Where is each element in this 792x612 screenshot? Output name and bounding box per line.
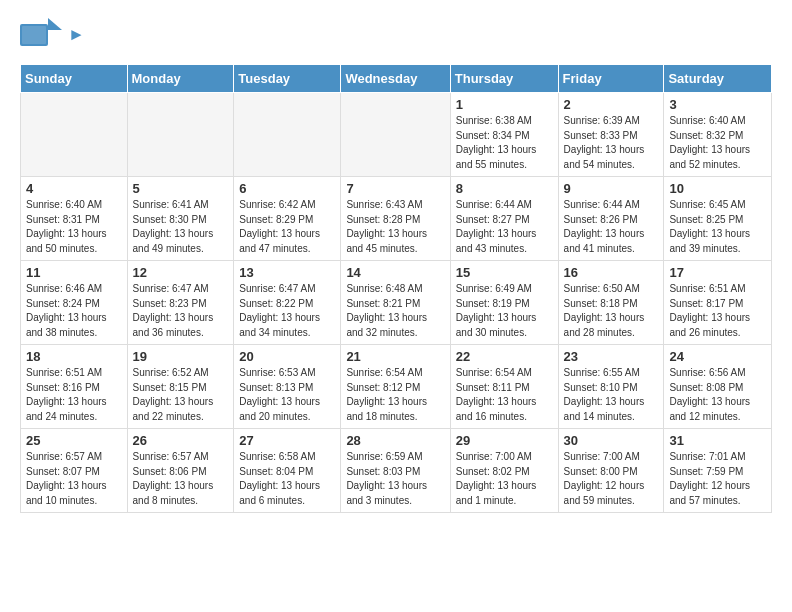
day-detail: Sunrise: 6:44 AMSunset: 8:26 PMDaylight:…: [564, 198, 659, 256]
day-detail: Sunrise: 6:47 AMSunset: 8:23 PMDaylight:…: [133, 282, 229, 340]
calendar-cell: 27Sunrise: 6:58 AMSunset: 8:04 PMDayligh…: [234, 429, 341, 513]
calendar-cell: 4Sunrise: 6:40 AMSunset: 8:31 PMDaylight…: [21, 177, 128, 261]
calendar-cell: 9Sunrise: 6:44 AMSunset: 8:26 PMDaylight…: [558, 177, 664, 261]
day-number: 23: [564, 349, 659, 364]
calendar-cell: 30Sunrise: 7:00 AMSunset: 8:00 PMDayligh…: [558, 429, 664, 513]
day-detail: Sunrise: 6:44 AMSunset: 8:27 PMDaylight:…: [456, 198, 553, 256]
calendar-cell: 24Sunrise: 6:56 AMSunset: 8:08 PMDayligh…: [664, 345, 772, 429]
calendar-week-1: 1Sunrise: 6:38 AMSunset: 8:34 PMDaylight…: [21, 93, 772, 177]
day-number: 2: [564, 97, 659, 112]
calendar-cell: 16Sunrise: 6:50 AMSunset: 8:18 PMDayligh…: [558, 261, 664, 345]
calendar-cell: 14Sunrise: 6:48 AMSunset: 8:21 PMDayligh…: [341, 261, 450, 345]
day-number: 28: [346, 433, 444, 448]
day-number: 31: [669, 433, 766, 448]
day-number: 30: [564, 433, 659, 448]
calendar-cell: 15Sunrise: 6:49 AMSunset: 8:19 PMDayligh…: [450, 261, 558, 345]
day-number: 26: [133, 433, 229, 448]
day-number: 29: [456, 433, 553, 448]
day-number: 16: [564, 265, 659, 280]
weekday-header-row: SundayMondayTuesdayWednesdayThursdayFrid…: [21, 65, 772, 93]
day-detail: Sunrise: 6:51 AMSunset: 8:17 PMDaylight:…: [669, 282, 766, 340]
day-detail: Sunrise: 6:42 AMSunset: 8:29 PMDaylight:…: [239, 198, 335, 256]
day-detail: Sunrise: 6:38 AMSunset: 8:34 PMDaylight:…: [456, 114, 553, 172]
weekday-header-sunday: Sunday: [21, 65, 128, 93]
day-detail: Sunrise: 6:57 AMSunset: 8:06 PMDaylight:…: [133, 450, 229, 508]
day-detail: Sunrise: 6:51 AMSunset: 8:16 PMDaylight:…: [26, 366, 122, 424]
svg-marker-1: [48, 18, 62, 30]
day-detail: Sunrise: 6:59 AMSunset: 8:03 PMDaylight:…: [346, 450, 444, 508]
day-detail: Sunrise: 6:41 AMSunset: 8:30 PMDaylight:…: [133, 198, 229, 256]
calendar-cell: [341, 93, 450, 177]
day-number: 20: [239, 349, 335, 364]
calendar-week-5: 25Sunrise: 6:57 AMSunset: 8:07 PMDayligh…: [21, 429, 772, 513]
day-number: 15: [456, 265, 553, 280]
day-number: 19: [133, 349, 229, 364]
day-detail: Sunrise: 7:00 AMSunset: 8:00 PMDaylight:…: [564, 450, 659, 508]
logo-general: ►: [68, 26, 85, 45]
weekday-header-wednesday: Wednesday: [341, 65, 450, 93]
calendar-cell: 5Sunrise: 6:41 AMSunset: 8:30 PMDaylight…: [127, 177, 234, 261]
day-number: 4: [26, 181, 122, 196]
day-detail: Sunrise: 6:58 AMSunset: 8:04 PMDaylight:…: [239, 450, 335, 508]
day-detail: Sunrise: 6:57 AMSunset: 8:07 PMDaylight:…: [26, 450, 122, 508]
calendar-cell: 25Sunrise: 6:57 AMSunset: 8:07 PMDayligh…: [21, 429, 128, 513]
day-detail: Sunrise: 6:48 AMSunset: 8:21 PMDaylight:…: [346, 282, 444, 340]
calendar-cell: 12Sunrise: 6:47 AMSunset: 8:23 PMDayligh…: [127, 261, 234, 345]
day-number: 12: [133, 265, 229, 280]
calendar-cell: 18Sunrise: 6:51 AMSunset: 8:16 PMDayligh…: [21, 345, 128, 429]
calendar-body: 1Sunrise: 6:38 AMSunset: 8:34 PMDaylight…: [21, 93, 772, 513]
day-number: 8: [456, 181, 553, 196]
day-number: 1: [456, 97, 553, 112]
calendar-cell: 17Sunrise: 6:51 AMSunset: 8:17 PMDayligh…: [664, 261, 772, 345]
day-detail: Sunrise: 6:54 AMSunset: 8:11 PMDaylight:…: [456, 366, 553, 424]
day-detail: Sunrise: 6:49 AMSunset: 8:19 PMDaylight:…: [456, 282, 553, 340]
calendar-cell: 1Sunrise: 6:38 AMSunset: 8:34 PMDaylight…: [450, 93, 558, 177]
day-number: 25: [26, 433, 122, 448]
calendar-cell: 28Sunrise: 6:59 AMSunset: 8:03 PMDayligh…: [341, 429, 450, 513]
calendar-cell: 8Sunrise: 6:44 AMSunset: 8:27 PMDaylight…: [450, 177, 558, 261]
calendar-cell: 20Sunrise: 6:53 AMSunset: 8:13 PMDayligh…: [234, 345, 341, 429]
day-detail: Sunrise: 6:53 AMSunset: 8:13 PMDaylight:…: [239, 366, 335, 424]
weekday-header-friday: Friday: [558, 65, 664, 93]
day-number: 21: [346, 349, 444, 364]
day-detail: Sunrise: 7:01 AMSunset: 7:59 PMDaylight:…: [669, 450, 766, 508]
day-detail: Sunrise: 6:40 AMSunset: 8:31 PMDaylight:…: [26, 198, 122, 256]
day-detail: Sunrise: 6:52 AMSunset: 8:15 PMDaylight:…: [133, 366, 229, 424]
day-number: 17: [669, 265, 766, 280]
header: ►: [20, 16, 772, 54]
calendar-cell: 11Sunrise: 6:46 AMSunset: 8:24 PMDayligh…: [21, 261, 128, 345]
calendar-cell: 10Sunrise: 6:45 AMSunset: 8:25 PMDayligh…: [664, 177, 772, 261]
logo-icon: [20, 16, 62, 54]
day-detail: Sunrise: 6:56 AMSunset: 8:08 PMDaylight:…: [669, 366, 766, 424]
calendar-cell: 21Sunrise: 6:54 AMSunset: 8:12 PMDayligh…: [341, 345, 450, 429]
calendar-cell: 22Sunrise: 6:54 AMSunset: 8:11 PMDayligh…: [450, 345, 558, 429]
logo-text-block: ►: [68, 26, 85, 44]
day-number: 10: [669, 181, 766, 196]
calendar-week-3: 11Sunrise: 6:46 AMSunset: 8:24 PMDayligh…: [21, 261, 772, 345]
calendar-table: SundayMondayTuesdayWednesdayThursdayFrid…: [20, 64, 772, 513]
calendar-week-2: 4Sunrise: 6:40 AMSunset: 8:31 PMDaylight…: [21, 177, 772, 261]
day-detail: Sunrise: 6:54 AMSunset: 8:12 PMDaylight:…: [346, 366, 444, 424]
calendar-cell: [234, 93, 341, 177]
day-number: 11: [26, 265, 122, 280]
logo-area: ►: [20, 16, 85, 54]
day-detail: Sunrise: 6:55 AMSunset: 8:10 PMDaylight:…: [564, 366, 659, 424]
day-number: 3: [669, 97, 766, 112]
calendar-cell: 31Sunrise: 7:01 AMSunset: 7:59 PMDayligh…: [664, 429, 772, 513]
calendar-cell: [21, 93, 128, 177]
day-detail: Sunrise: 6:43 AMSunset: 8:28 PMDaylight:…: [346, 198, 444, 256]
calendar-cell: 26Sunrise: 6:57 AMSunset: 8:06 PMDayligh…: [127, 429, 234, 513]
weekday-header-monday: Monday: [127, 65, 234, 93]
weekday-header-saturday: Saturday: [664, 65, 772, 93]
day-detail: Sunrise: 6:50 AMSunset: 8:18 PMDaylight:…: [564, 282, 659, 340]
calendar-header: SundayMondayTuesdayWednesdayThursdayFrid…: [21, 65, 772, 93]
day-number: 22: [456, 349, 553, 364]
weekday-header-thursday: Thursday: [450, 65, 558, 93]
day-number: 14: [346, 265, 444, 280]
day-detail: Sunrise: 7:00 AMSunset: 8:02 PMDaylight:…: [456, 450, 553, 508]
svg-rect-2: [22, 26, 46, 44]
calendar-cell: 7Sunrise: 6:43 AMSunset: 8:28 PMDaylight…: [341, 177, 450, 261]
day-detail: Sunrise: 6:47 AMSunset: 8:22 PMDaylight:…: [239, 282, 335, 340]
calendar-cell: 3Sunrise: 6:40 AMSunset: 8:32 PMDaylight…: [664, 93, 772, 177]
day-number: 18: [26, 349, 122, 364]
